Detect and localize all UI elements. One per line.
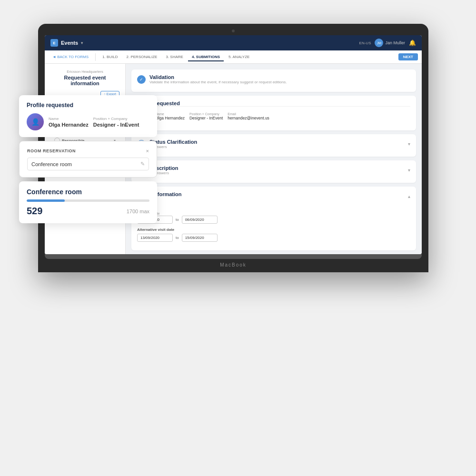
room-card-title: ROOM RESERVATION — [27, 149, 76, 153]
status-clarification-title: Status Clarification — [149, 139, 404, 145]
tab-personalize[interactable]: 2. PERSONALIZE — [123, 53, 161, 61]
status-chevron[interactable]: ▾ — [408, 141, 410, 147]
tab-share[interactable]: 3. SHARE — [162, 53, 187, 61]
floating-cards-container: Profile requested 👤 Name Olga Hernandez … — [19, 95, 157, 223]
bell-icon[interactable]: 🔔 — [409, 40, 416, 46]
room-edit-icon[interactable]: ✎ — [140, 161, 145, 167]
conf-max-value: 1700 max — [127, 208, 149, 214]
profile-position: Designer - InEvent — [189, 116, 223, 120]
event-info-chevron[interactable]: ▴ — [408, 194, 410, 199]
user-name: Jan Muller — [385, 40, 405, 45]
progress-bar-fill — [27, 199, 65, 202]
validation-subtitle: Validate the information about the event… — [149, 80, 287, 84]
room-card-header: ROOM RESERVATION × — [27, 148, 149, 154]
profile-email-field: Email hernandez@inevent.us — [228, 112, 269, 120]
status-clarification-card: 1 Status Clarification 8 answers ▾ — [131, 134, 416, 157]
progress-bar-container — [27, 199, 149, 202]
float-name-value: Olga Hernandez — [49, 122, 89, 128]
status-answers: 8 answers — [149, 145, 404, 149]
float-position-label: Position + Company — [93, 117, 139, 121]
tab-submissions[interactable]: 4. SUBMITIONS — [188, 53, 224, 61]
profile-requested-title: Profile requested — [137, 100, 410, 106]
total-visit-label: Total visit date — [137, 211, 410, 216]
next-button[interactable]: NEXT — [398, 53, 418, 60]
app-header: E Events ▾ EN-US JM Jan Muller 🔔 — [45, 35, 422, 50]
room-close-button[interactable]: × — [146, 148, 149, 154]
app-header-right: EN-US JM Jan Muller 🔔 — [359, 39, 416, 47]
description-card: 2 Description 11 answers ▾ — [131, 160, 416, 183]
alt-date-range-row: 13/09/2020 to 15/09/2020 — [137, 234, 410, 242]
float-room-card: ROOM RESERVATION × Conference room ✎ — [19, 141, 157, 178]
app-content: ✓ Validation Validate the information ab… — [126, 64, 422, 254]
form-title: Requested event information — [50, 75, 119, 86]
description-chevron[interactable]: ▾ — [408, 168, 410, 173]
alt-date-from-input[interactable]: 13/09/2020 — [137, 234, 173, 242]
room-name-value: Conference room — [31, 161, 72, 167]
alt-date-to-input[interactable]: 15/09/2020 — [182, 234, 218, 242]
email-label: Email — [228, 112, 269, 116]
conf-room-title: Conference room — [27, 188, 149, 196]
description-title: Description — [149, 165, 404, 171]
profile-row: Name Olga Hernandez Position + Company D… — [137, 106, 410, 126]
position-label: Position + Company — [189, 112, 223, 116]
float-avatar: 👤 — [27, 113, 44, 130]
laptop-brand-label: MacBook — [45, 259, 422, 268]
lang-selector[interactable]: EN-US — [359, 41, 371, 45]
user-menu[interactable]: JM Jan Muller — [375, 39, 405, 47]
float-profile-card: Profile requested 👤 Name Olga Hernandez … — [19, 95, 157, 137]
profile-requested-card: Profile requested Name Olga Hernandez Po… — [131, 96, 416, 130]
float-profile-row: 👤 Name Olga Hernandez Position + Company… — [27, 113, 149, 130]
alt-date-to-label: to — [176, 236, 179, 240]
float-position-value: Designer - InEvent — [93, 122, 139, 128]
validation-check-icon: ✓ — [137, 75, 146, 84]
tab-analyze[interactable]: 5. ANALYZE — [225, 53, 253, 61]
profile-position-field: Position + Company Designer - InEvent — [189, 112, 223, 120]
date-range-row: 04/09/2020 to 06/09/2020 — [137, 216, 410, 224]
float-profile-title: Profile requested — [27, 102, 149, 109]
org-name: Ericsson Headquarters — [50, 69, 119, 74]
user-avatar: JM — [375, 39, 383, 47]
app-tabs: ◄ BACK TO FORMS 1. BUILD 2. PERSONALIZE … — [45, 50, 422, 64]
date-to-label: to — [176, 218, 179, 222]
profile-name-field: Name Olga Hernandez — [155, 112, 185, 120]
app-logo-text: Events — [61, 40, 78, 46]
app-logo: E Events ▾ — [50, 39, 83, 47]
laptop-camera — [232, 30, 235, 32]
float-position-field: Position + Company Designer - InEvent — [93, 117, 139, 128]
profile-email: hernandez@inevent.us — [228, 116, 269, 120]
date-to-input[interactable]: 06/09/2020 — [182, 216, 218, 224]
float-name-label: Name — [49, 117, 89, 121]
description-answers: 11 answers — [149, 171, 404, 175]
laptop-stand — [45, 254, 422, 259]
app-logo-icon: E — [50, 39, 58, 47]
profile-name: Olga Hernandez — [155, 116, 185, 120]
tab-build[interactable]: 1. BUILD — [99, 53, 121, 61]
event-information-card: Event information 4 answers ▴ Visit date… — [131, 187, 416, 250]
float-conf-card: Conference room 529 1700 max — [19, 181, 157, 223]
back-to-forms-button[interactable]: ◄ BACK TO FORMS — [49, 55, 92, 59]
dropdown-icon[interactable]: ▾ — [81, 41, 83, 45]
room-input-row[interactable]: Conference room ✎ — [27, 158, 149, 170]
conf-stats-row: 529 1700 max — [27, 206, 149, 217]
visit-date-label: Visit date — [137, 205, 410, 209]
float-name-field: Name Olga Hernandez — [49, 117, 89, 128]
validation-card: ✓ Validation Validate the information ab… — [131, 69, 416, 92]
name-label: Name — [155, 112, 185, 116]
alt-visit-date-label: Alternative visit date — [137, 228, 410, 232]
validation-title: Validation — [149, 74, 287, 80]
conf-current-value: 529 — [27, 206, 42, 217]
tab-separator — [95, 53, 96, 61]
